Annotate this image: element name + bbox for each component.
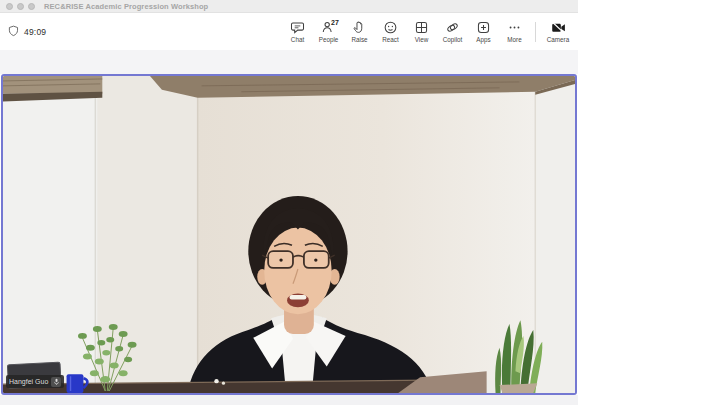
smiley-icon	[383, 20, 398, 35]
grid-view-icon	[414, 20, 429, 35]
toolbar-stage-gap	[0, 50, 578, 74]
view-button-label: View	[415, 36, 429, 43]
stage-bottom-gap	[0, 395, 578, 405]
copilot-button-label: Copilot	[443, 36, 463, 43]
microphone-icon	[51, 377, 61, 387]
apps-plus-icon	[476, 20, 491, 35]
participant-name: Hangfei Guo	[9, 378, 48, 385]
shield-icon	[8, 23, 19, 41]
react-button-label: React	[382, 36, 398, 43]
toolbar-buttons: Chat 27 People Raise	[282, 18, 575, 45]
apps-button[interactable]: Apps	[468, 18, 499, 45]
more-button-label: More	[507, 36, 521, 43]
window-expand-button[interactable]	[28, 3, 35, 10]
video-feed	[3, 76, 575, 393]
raise-hand-button-label: Raise	[351, 36, 367, 43]
meeting-timer: 49:09	[8, 23, 46, 41]
more-button[interactable]: More	[499, 18, 530, 45]
raised-hand-icon	[352, 20, 367, 35]
people-button[interactable]: 27 People	[313, 18, 344, 45]
meeting-timer-value: 49:09	[24, 27, 46, 37]
camera-off-icon	[551, 20, 566, 35]
raise-hand-button[interactable]: Raise	[344, 18, 375, 45]
meeting-toolbar: 49:09 Chat 27	[0, 13, 578, 50]
teams-meeting-window: REC&RISE Academic Progression Workshop 4…	[0, 0, 720, 405]
window-minimize-button[interactable]	[17, 3, 24, 10]
window-close-button[interactable]	[6, 3, 13, 10]
window-controls	[6, 3, 35, 10]
chat-button[interactable]: Chat	[282, 18, 313, 45]
people-count-badge: 27	[331, 19, 339, 26]
window-titlebar: REC&RISE Academic Progression Workshop	[0, 0, 578, 13]
window-title: REC&RISE Academic Progression Workshop	[44, 2, 208, 11]
view-button[interactable]: View	[406, 18, 437, 45]
copilot-button[interactable]: Copilot	[437, 18, 468, 45]
participant-video-tile[interactable]: Hangfei Guo	[1, 74, 577, 395]
react-button[interactable]: React	[375, 18, 406, 45]
camera-button-label: Camera	[547, 36, 569, 43]
toolbar-divider	[535, 22, 536, 42]
participant-name-tag: Hangfei Guo	[6, 375, 64, 388]
camera-button[interactable]: Camera	[541, 18, 575, 45]
apps-button-label: Apps	[476, 36, 490, 43]
ellipsis-icon	[507, 20, 522, 35]
people-button-label: People	[319, 36, 339, 43]
copilot-icon	[445, 20, 460, 35]
chat-bubble-icon	[290, 20, 305, 35]
chat-button-label: Chat	[291, 36, 304, 43]
